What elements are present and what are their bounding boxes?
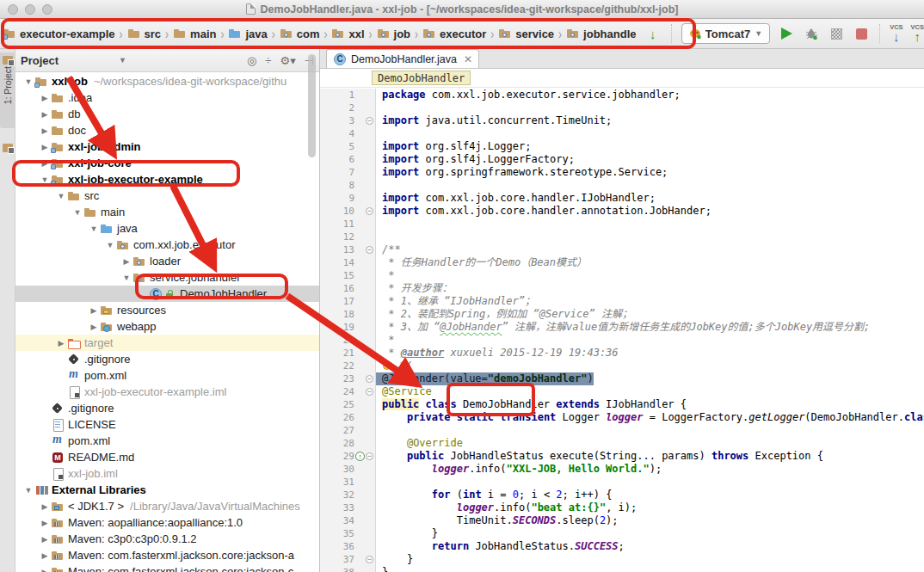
- tree-item-Maven-com.fasterxml.jackson.core-jackson-a[interactable]: ▶Maven: com.fasterxml.jackson.core:jacks…: [15, 547, 319, 563]
- tree-expand-icon[interactable]: ▶: [39, 568, 51, 572]
- tree-item-Maven-aopalliance-aopalliance-1.0[interactable]: ▶Maven: aopalliance:aopalliance:1.0: [15, 514, 319, 531]
- locate-file-icon[interactable]: ◎: [247, 54, 256, 67]
- tree-expand-icon[interactable]: ▶: [39, 502, 51, 511]
- close-window-icon[interactable]: [8, 4, 18, 15]
- code-text: for (int i = 0; i < 2; i++) {: [376, 489, 612, 501]
- tree-item-DemoJobHandler[interactable]: DemoJobHandler: [15, 286, 319, 302]
- close-tab-icon[interactable]: ✕: [464, 53, 472, 65]
- breadcrumb-item-jobhandler[interactable]: jobhandler: [566, 27, 636, 40]
- overrides-method-icon[interactable]: ↑: [355, 452, 365, 461]
- run-configuration-selector[interactable]: Tomcat7 ▼: [681, 23, 770, 44]
- tree-item-pom.xml[interactable]: pom.xml: [15, 367, 319, 384]
- tree-expand-icon[interactable]: ▶: [88, 323, 100, 331]
- favorites-stripe-icon[interactable]: [3, 144, 13, 152]
- tree-item--JDK1.7-[interactable]: ▶< JDK1.7 >/Library/Java/JavaVirtualMach…: [15, 498, 319, 514]
- coverage-button[interactable]: [828, 25, 845, 42]
- tree-item-Maven-c3p0-c3p0-0.9.1.2[interactable]: ▶Maven: c3p0:c3p0:0.9.1.2: [15, 531, 319, 547]
- gear-icon[interactable]: ⚙▾: [280, 54, 295, 67]
- breadcrumb-item-executor-example[interactable]: executor-example: [3, 27, 115, 40]
- tree-expand-icon[interactable]: ▶: [39, 535, 51, 544]
- tree-item-db[interactable]: ▶db: [15, 106, 319, 122]
- tree-item-label: com.xxl.job.executor: [133, 238, 236, 251]
- tree-expand-icon[interactable]: ▶: [39, 126, 51, 135]
- breadcrumb-item-main[interactable]: main: [173, 27, 216, 40]
- tree-item-.idea[interactable]: ▶.idea: [15, 89, 319, 106]
- tree-item-xxl-job.iml[interactable]: xxl-job.iml: [15, 465, 319, 482]
- tree-item-.gitignore[interactable]: .gitignore: [15, 400, 319, 416]
- fold-icon[interactable]: −: [366, 207, 373, 215]
- tree-expand-icon[interactable]: ▶: [39, 159, 51, 168]
- tree-item-README.md[interactable]: README.md: [15, 449, 319, 465]
- tree-item-External-Libraries[interactable]: ▼External Libraries: [15, 482, 319, 498]
- update-project-icon[interactable]: ↓: [644, 25, 662, 42]
- breadcrumb-item-xxl[interactable]: xxl: [331, 27, 364, 40]
- window-controls[interactable]: [8, 4, 52, 15]
- tree-scrollbar[interactable]: [308, 54, 316, 157]
- breadcrumb-item-com[interactable]: com: [280, 27, 320, 40]
- tree-item-resources[interactable]: ▶resources: [15, 302, 319, 318]
- run-button[interactable]: [778, 25, 795, 42]
- tree-item-doc[interactable]: ▶doc: [15, 122, 319, 138]
- vcs-commit-button[interactable]: VCS ↑: [911, 24, 924, 44]
- tree-item-loader[interactable]: ▶loader: [15, 253, 319, 269]
- tree-item-main[interactable]: ▼main: [15, 204, 319, 220]
- project-tool-window-tab[interactable]: 1: Project: [0, 52, 15, 128]
- tree-expand-icon[interactable]: ▼: [88, 224, 100, 233]
- gutter: [354, 437, 376, 450]
- breadcrumb-item-service[interactable]: service: [498, 27, 554, 40]
- tree-expand-icon[interactable]: ▶: [39, 94, 51, 102]
- minimize-window-icon[interactable]: [25, 4, 35, 15]
- fold-icon[interactable]: −: [366, 246, 373, 254]
- tree-item-Maven-com.fasterxml.jackson.core-jackson-c[interactable]: ▶Maven: com.fasterxml.jackson.core:jacks…: [15, 563, 319, 572]
- vcs-update-button[interactable]: VCS ↓: [890, 24, 902, 44]
- tree-item-xxl-job-executor-example[interactable]: ▼xxl-job-executor-example: [15, 171, 319, 188]
- tree-item-xxl-job-admin[interactable]: ▶xxl-job-admin: [15, 138, 319, 155]
- tree-item-src[interactable]: ▼src: [15, 188, 319, 204]
- fold-icon[interactable]: −: [366, 117, 373, 125]
- fold-icon[interactable]: −: [366, 388, 373, 396]
- tree-item-pom.xml[interactable]: pom.xml: [15, 433, 319, 449]
- tree-expand-icon[interactable]: ▼: [71, 208, 83, 217]
- fold-icon[interactable]: −: [366, 375, 373, 383]
- code-editor[interactable]: 1package com.xxl.job.executor.service.jo…: [320, 89, 924, 572]
- stop-button[interactable]: [853, 25, 870, 42]
- srcfolder-icon: [228, 27, 242, 40]
- tree-item-.gitignore[interactable]: .gitignore: [15, 351, 319, 367]
- tree-expand-icon[interactable]: ▼: [55, 192, 67, 200]
- tree-item-com.xxl.job.executor[interactable]: ▼com.xxl.job.executor: [15, 237, 319, 253]
- tree-expand-icon[interactable]: ▶: [39, 551, 51, 560]
- breadcrumb-item-executor[interactable]: executor: [422, 27, 486, 40]
- intention-bulb-icon[interactable]: [383, 362, 391, 370]
- breadcrumb-item-java[interactable]: java: [228, 27, 267, 40]
- tree-item-webapp[interactable]: ▶webapp: [15, 318, 319, 335]
- tree-expand-icon[interactable]: ▶: [88, 306, 100, 315]
- tree-expand-icon[interactable]: ▶: [39, 143, 51, 151]
- project-view-selector[interactable]: Project ▼: [21, 54, 126, 67]
- tree-item-xxl-job-executor-example.iml[interactable]: xxl-job-executor-example.iml: [15, 384, 319, 400]
- tree-expand-icon[interactable]: ▶: [55, 339, 67, 348]
- tree-expand-icon[interactable]: ▼: [39, 175, 51, 184]
- breadcrumb-item-src[interactable]: src: [127, 27, 162, 40]
- tree-item-LICENSE[interactable]: LICENSE: [15, 416, 319, 433]
- line-number: 8: [320, 179, 354, 192]
- zoom-window-icon[interactable]: [42, 4, 52, 15]
- tree-item-service.jobhandler[interactable]: ▼service.jobhandler: [15, 269, 319, 286]
- tree-item-java[interactable]: ▼java: [15, 220, 319, 237]
- tree-expand-icon[interactable]: ▼: [104, 241, 116, 249]
- class-breadcrumb-tag[interactable]: DemoJobHandler: [372, 71, 471, 85]
- collapse-all-icon[interactable]: ÷: [265, 54, 271, 67]
- debug-button[interactable]: [803, 25, 820, 42]
- tree-expand-icon[interactable]: ▶: [39, 519, 51, 527]
- fold-icon[interactable]: −: [366, 452, 373, 460]
- breadcrumb-item-job[interactable]: job: [377, 27, 411, 40]
- editor-tab[interactable]: DemoJobHandler.java ✕: [326, 49, 479, 68]
- tree-expand-icon[interactable]: ▼: [22, 77, 34, 86]
- fold-icon[interactable]: −: [366, 556, 373, 563]
- tree-expand-icon[interactable]: ▼: [22, 486, 34, 495]
- tree-item-xxl-job[interactable]: ▼xxl-job~/workspaces/idea-git-workspace/…: [15, 73, 319, 89]
- tree-expand-icon[interactable]: ▶: [120, 257, 132, 266]
- tree-expand-icon[interactable]: ▶: [39, 110, 51, 119]
- tree-item-target[interactable]: ▶target: [15, 335, 319, 351]
- tree-expand-icon[interactable]: ▼: [120, 274, 132, 282]
- tree-item-xxl-job-core[interactable]: ▶xxl-job-core: [15, 155, 319, 171]
